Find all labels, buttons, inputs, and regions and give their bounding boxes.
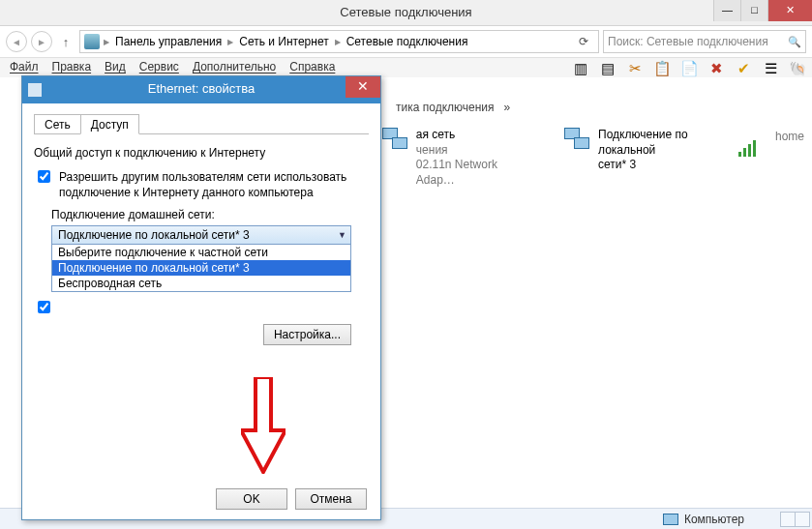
connection-label: ая сеть чения 02.11n Network Adap… [416, 128, 526, 188]
signal-icon [738, 130, 767, 159]
breadcrumb-item[interactable]: Сетевые подключения [345, 35, 470, 48]
menu-view[interactable]: Вид [105, 60, 126, 75]
dialog-sysmenu-icon[interactable] [28, 83, 42, 97]
chevron-right-icon: ▶ [104, 38, 109, 46]
cut-icon[interactable]: ✂ [626, 60, 644, 77]
combobox-value: Подключение по локальной сети* 3 [58, 228, 250, 242]
combobox-option[interactable]: Подключение по локальной сети* 3 [52, 260, 350, 276]
content-area: тика подключения » ая сеть чения 02.11n … [382, 97, 804, 188]
section-heading: Общий доступ к подключению к Интернету [34, 146, 369, 160]
second-checkbox[interactable] [38, 301, 50, 313]
second-checkbox-row[interactable] [34, 298, 369, 316]
paste-icon[interactable]: 📄 [680, 60, 698, 77]
breadcrumb-item[interactable]: Сеть и Интернет [237, 35, 330, 48]
chevron-down-icon: ▼ [338, 230, 346, 240]
tab-access[interactable]: Доступ [80, 114, 139, 134]
ok-button[interactable]: OK [216, 488, 287, 510]
view-icon[interactable]: ▤ [599, 60, 617, 77]
delete-icon[interactable]: ✖ [707, 60, 725, 77]
home-network-combobox[interactable]: Подключение по локальной сети* 3 ▼ [51, 225, 351, 245]
organize-icon[interactable]: ▥ [572, 60, 589, 77]
menu-service[interactable]: Сервис [139, 60, 179, 75]
back-button[interactable]: ◄ [6, 31, 27, 52]
breadcrumb[interactable]: ▶ Панель управления ▶ Сеть и Интернет ▶ … [79, 30, 599, 53]
dialog-close-button[interactable]: ✕ [346, 76, 380, 98]
allow-sharing-checkbox[interactable] [38, 170, 50, 183]
properties-dialog: Ethernet: свойства ✕ Сеть Доступ Общий д… [21, 75, 381, 520]
dialog-footer: OK Отмена [216, 488, 367, 510]
window-controls: — □ ✕ [713, 0, 812, 21]
forward-button[interactable]: ► [31, 31, 52, 52]
home-network-label: Подключение домашней сети: [51, 208, 369, 221]
dialog-body: Сеть Доступ Общий доступ к подключению к… [22, 103, 380, 519]
connection-sub-label: home [775, 130, 804, 188]
list-icon[interactable]: ☰ [762, 60, 779, 77]
copy-icon[interactable]: 📋 [653, 60, 671, 77]
menu-more[interactable]: Дополнительно [193, 60, 276, 75]
combobox-option[interactable]: Беспроводная сеть [52, 276, 350, 291]
control-panel-icon [84, 34, 100, 49]
dialog-titlebar[interactable]: Ethernet: свойства ✕ [22, 76, 380, 103]
main-titlebar: Сетевые подключения — □ ✕ [0, 0, 812, 26]
chevron-right-icon: ▶ [335, 38, 341, 46]
network-icon [382, 128, 408, 157]
command-bar: ▥ ▤ ✂ 📋 📄 ✖ ✔ ☰ 🐚 [572, 58, 806, 79]
breadcrumb-item[interactable]: Панель управления [113, 35, 224, 48]
check-icon[interactable]: ✔ [735, 60, 752, 77]
connection-item[interactable]: ая сеть чения 02.11n Network Adap… [382, 128, 526, 188]
connection-label: Подключение по локальной сети* 3 [598, 128, 733, 188]
connection-item[interactable]: Подключение по локальной сети* 3 [564, 128, 733, 188]
view-toggle[interactable] [781, 512, 810, 527]
menu-file[interactable]: Файл [10, 60, 39, 75]
tab-strip: Сеть Доступ [34, 113, 369, 134]
connection-item-sub: home [738, 130, 804, 188]
search-placeholder: Поиск: Сетевые подключения [608, 35, 768, 48]
dialog-title: Ethernet: свойства [148, 81, 256, 96]
main-window-title: Сетевые подключения [340, 5, 471, 19]
configure-button[interactable]: Настройка... [263, 324, 351, 345]
menu-edit[interactable]: Правка [52, 60, 92, 75]
allow-sharing-row[interactable]: Разрешить другим пользователям сети испо… [34, 169, 369, 200]
navbar: ◄ ► ↑ ▶ Панель управления ▶ Сеть и Интер… [0, 26, 812, 58]
maximize-button[interactable]: □ [740, 0, 767, 21]
cancel-button[interactable]: Отмена [295, 488, 367, 510]
network-icon [564, 128, 590, 157]
combobox-option[interactable]: Выберите подключение к частной сети [52, 245, 350, 260]
allow-sharing-label: Разрешить другим пользователям сети испо… [59, 169, 369, 200]
shell-icon[interactable]: 🐚 [789, 60, 806, 77]
chevron-right-icon: ▶ [227, 38, 233, 46]
minimize-button[interactable]: — [713, 0, 740, 21]
up-button[interactable]: ↑ [56, 32, 75, 51]
close-button[interactable]: ✕ [767, 0, 812, 21]
status-computer[interactable]: Компьютер [663, 513, 744, 526]
refresh-icon[interactable]: ⟳ [573, 35, 594, 48]
computer-icon [663, 514, 678, 525]
menu-help[interactable]: Справка [289, 60, 335, 75]
search-input[interactable]: Поиск: Сетевые подключения 🔍 [603, 30, 806, 53]
chevron-right-icon: » [504, 101, 511, 114]
toolbar-fragment: тика подключения » [382, 97, 804, 128]
combobox-dropdown: Выберите подключение к частной сети Подк… [51, 245, 351, 292]
search-icon[interactable]: 🔍 [788, 36, 801, 48]
tab-network[interactable]: Сеть [34, 114, 81, 134]
